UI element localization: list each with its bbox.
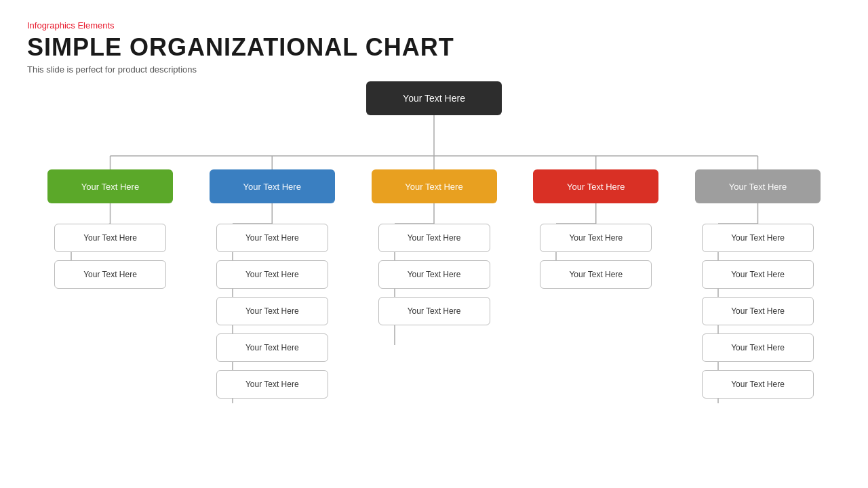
level1-label-2: Your Text Here [405,182,462,192]
child-1-0[interactable]: Your Text Here [216,224,328,252]
child-1-2[interactable]: Your Text Here [216,297,328,325]
level1-box-1[interactable]: Your Text Here [210,169,335,203]
level1-label-4: Your Text Here [729,182,787,192]
child-1-3[interactable]: Your Text Here [216,333,328,362]
child-2-0[interactable]: Your Text Here [378,224,490,252]
level1-box-3[interactable]: Your Text Here [533,169,658,203]
root-node[interactable]: Your Text Here [366,81,502,115]
level1-container: Your Text Here Your Text Here Your Text … [27,169,841,203]
child-0-1[interactable]: Your Text Here [54,260,166,289]
column-2: Your Text Here Your Text Here Your Text … [372,224,497,399]
column-1: Your Text Here Your Text Here Your Text … [210,224,335,399]
child-3-1[interactable]: Your Text Here [540,260,652,289]
child-2-1[interactable]: Your Text Here [378,260,490,289]
header-desc: This slide is perfect for product descri… [27,64,841,75]
chart-area: Your Text Here Your Text Here Your Text … [27,81,841,461]
header-subtitle: Infographics Elements [27,20,841,30]
child-4-0[interactable]: Your Text Here [702,224,814,252]
level1-box-4[interactable]: Your Text Here [695,169,821,203]
header: Infographics Elements SIMPLE ORGANIZATIO… [27,20,841,75]
column-0: Your Text Here Your Text Here [47,224,173,399]
child-0-0[interactable]: Your Text Here [54,224,166,252]
level1-box-2[interactable]: Your Text Here [372,169,497,203]
column-4: Your Text Here Your Text Here Your Text … [695,224,821,399]
root-label: Your Text Here [403,93,465,104]
child-4-1[interactable]: Your Text Here [702,260,814,289]
children-area: Your Text Here Your Text Here Your Text … [27,224,841,399]
level1-label-1: Your Text Here [243,182,301,192]
level1-label-0: Your Text Here [81,182,139,192]
child-4-3[interactable]: Your Text Here [702,333,814,362]
child-2-2[interactable]: Your Text Here [378,297,490,325]
child-4-2[interactable]: Your Text Here [702,297,814,325]
child-4-4[interactable]: Your Text Here [702,370,814,399]
child-3-0[interactable]: Your Text Here [540,224,652,252]
header-title: SIMPLE ORGANIZATIONAL CHART [27,33,841,62]
page: Infographics Elements SIMPLE ORGANIZATIO… [0,0,868,488]
column-3: Your Text Here Your Text Here [533,224,658,399]
child-1-1[interactable]: Your Text Here [216,260,328,289]
child-1-4[interactable]: Your Text Here [216,370,328,399]
level1-label-3: Your Text Here [567,182,625,192]
level1-box-0[interactable]: Your Text Here [47,169,173,203]
